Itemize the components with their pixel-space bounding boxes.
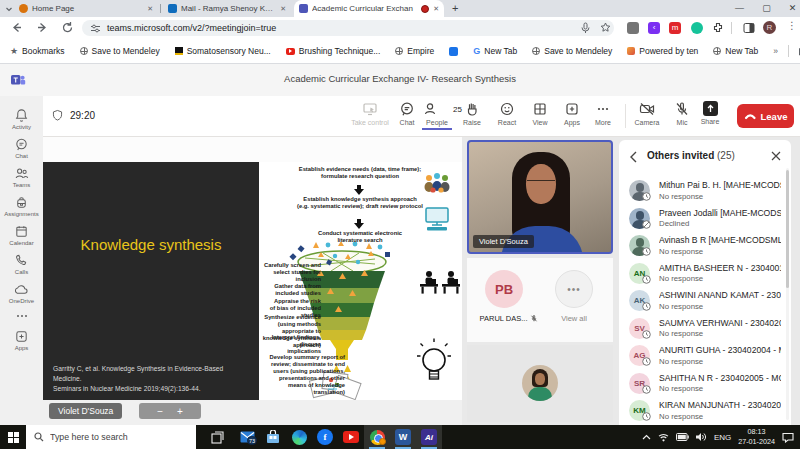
secondary-video-tile[interactable] [467, 345, 613, 422]
camera-off-icon [639, 101, 655, 117]
divider [788, 45, 789, 57]
blue-site-icon [449, 47, 458, 56]
extensions-puzzle-icon[interactable] [712, 22, 724, 34]
participant-row[interactable]: Avinash B R [MAHE-MCODSMLR] No response [619, 233, 784, 260]
view-all-avatar[interactable]: ••• [555, 270, 593, 308]
participant-photo-avatar [522, 365, 558, 401]
panel-title: Others invited (25) [647, 150, 735, 161]
tab-close-icon[interactable]: ✕ [147, 5, 153, 13]
taskbar-chrome-app[interactable] [364, 425, 390, 449]
panel-scrollbar-thumb[interactable] [786, 170, 789, 288]
taskbar-youtube-app[interactable] [338, 425, 364, 449]
tab-close-icon[interactable]: ✕ [433, 5, 439, 13]
bookmark-star-icon[interactable] [600, 22, 611, 33]
participant-row[interactable]: AN AMITHA BASHEER N - 230400101 ... No r… [619, 261, 784, 288]
battery-icon[interactable] [676, 433, 689, 441]
bell-icon [14, 108, 29, 123]
participant-row[interactable]: KM KIRAN MANJUNATH - 230402006 ... No re… [619, 398, 784, 425]
facebook-icon: f [317, 429, 333, 445]
chrome-notification-dot [379, 438, 386, 445]
zoom-out-button[interactable]: − [157, 406, 163, 417]
grammarly-extension-icon[interactable] [691, 22, 703, 34]
participant-row[interactable]: AK ASHWINI ANAND KAMAT - 23040... No res… [619, 288, 784, 315]
search-icon [34, 432, 44, 442]
taskbar-word-app[interactable]: W [390, 425, 416, 449]
volume-icon[interactable] [696, 432, 707, 442]
bookmark-item[interactable]: Somatosensory Neu... [175, 46, 271, 56]
no-response-status-icon [642, 275, 651, 284]
participant-row[interactable]: SR SAHITHA N R - 230402005 - MCO... No r… [619, 371, 784, 398]
sidebar-item-activity[interactable]: Activity [0, 104, 43, 133]
forward-icon[interactable] [36, 21, 49, 34]
stage-zoom-control[interactable]: − + [139, 403, 201, 419]
bookmark-item[interactable]: Empire [395, 46, 434, 56]
bookmarks-overflow-chevron[interactable]: » [773, 46, 778, 56]
taskbar-illustrator-app[interactable]: Ai [416, 425, 442, 449]
voice-search-icon[interactable] [580, 22, 591, 34]
browser-menu-kebab-icon[interactable]: ⋮ [787, 20, 797, 31]
window-minimize-button[interactable]: — [733, 2, 746, 15]
view-all-label[interactable]: View all [555, 314, 593, 323]
more-button[interactable]: More [581, 101, 625, 126]
sidebar-item-calls[interactable]: Calls [0, 249, 43, 278]
participant-row[interactable]: SV SAUMYA VERHWANI - 230402003 ... No re… [619, 316, 784, 343]
participant-row[interactable]: Mithun Pai B. H. [MAHE-MCODS] No respons… [619, 178, 784, 205]
tab-home-page[interactable]: Home Page ✕ [14, 0, 158, 17]
reload-icon[interactable] [61, 21, 74, 34]
tab-search-chevron-icon[interactable] [5, 5, 13, 13]
sidebar-item-apps[interactable]: Apps [0, 325, 43, 354]
extension-icon-1[interactable] [627, 22, 639, 34]
main-video-tile[interactable]: Violet D'Souza [467, 140, 613, 254]
taskbar-clock[interactable]: 08:13 27-01-2024 [738, 427, 775, 446]
wifi-icon[interactable] [658, 433, 669, 442]
start-button[interactable] [0, 425, 26, 449]
sidebar-item-teams[interactable]: Teams [0, 162, 43, 191]
back-icon[interactable] [10, 21, 23, 34]
bookmark-item[interactable]: Powered by ten [627, 46, 698, 56]
new-tab-button[interactable]: + [452, 2, 458, 14]
taskbar-search-box[interactable] [26, 425, 196, 449]
language-indicator[interactable]: ENG [714, 433, 731, 442]
attendee-avatar-pb[interactable]: PB [485, 270, 523, 308]
back-chevron-icon[interactable] [629, 151, 638, 163]
people-panel-header: Others invited (25) [619, 148, 791, 168]
sidebar-item-assignments[interactable]: Assignments [0, 191, 43, 220]
sidebar-item-onedrive[interactable]: OneDrive [0, 278, 43, 307]
sidebar-item-calendar[interactable]: Calendar [0, 220, 43, 249]
taskbar-edge-app[interactable] [286, 425, 312, 449]
bookmark-item[interactable]: New Tab [713, 46, 758, 56]
taskbar-mail-app[interactable]: 73 [234, 425, 260, 449]
bookmark-item[interactable]: ★Bookmarks [10, 46, 65, 56]
taskbar-facebook-app[interactable]: f [312, 425, 338, 449]
bookmark-item[interactable]: Save to Mendeley [80, 46, 160, 56]
window-maximize-button[interactable]: ▢ [760, 2, 773, 15]
tab-close-icon[interactable]: ✕ [280, 5, 286, 13]
address-bar[interactable]: teams.microsoft.com/v2/?meetingjoin=true [82, 20, 614, 36]
sidebar-more-button[interactable] [0, 307, 43, 325]
taskbar-store-app[interactable] [260, 425, 286, 449]
tab-teams-meeting[interactable]: Academic Curricular Exchan ✕ [294, 0, 444, 17]
side-panel-icon[interactable] [743, 22, 755, 34]
sidebar-item-chat[interactable]: Chat [0, 133, 43, 162]
participant-row[interactable]: AG ANURITI GUHA - 230402004 - MC... No r… [619, 343, 784, 370]
site-settings-icon[interactable] [90, 23, 101, 34]
bookmark-item[interactable]: GNew Tab [473, 46, 517, 56]
profile-avatar[interactable]: R [763, 21, 776, 34]
hidden-icons-chevron[interactable] [642, 434, 651, 440]
extension-icon-2[interactable]: ‹ [648, 22, 660, 34]
tab-mail[interactable]: Mail - Ramya Shenoy Kudpi [M ✕ [163, 0, 291, 17]
bookmark-item-icon-only[interactable] [449, 47, 458, 56]
zoom-in-button[interactable]: + [177, 406, 183, 417]
action-center-icon[interactable] [782, 432, 794, 443]
bookmark-item[interactable]: Save to Mendeley [532, 46, 612, 56]
bookmark-item[interactable]: Brushing Technique... [286, 46, 381, 56]
close-panel-icon[interactable] [771, 151, 781, 161]
leave-button[interactable]: Leave [737, 104, 794, 128]
mendeley-extension-icon[interactable]: m [669, 22, 681, 34]
task-view-button[interactable] [204, 425, 230, 449]
participant-row[interactable]: Praveen Jodalli [MAHE-MCODSMLR] Declined [619, 206, 784, 233]
slide-citation: Garritty C, et al. Knowledge Synthesis i… [53, 364, 253, 394]
window-close-button[interactable]: ✕ [786, 2, 799, 15]
share-button[interactable]: Share [688, 101, 732, 125]
search-input[interactable] [50, 432, 180, 442]
